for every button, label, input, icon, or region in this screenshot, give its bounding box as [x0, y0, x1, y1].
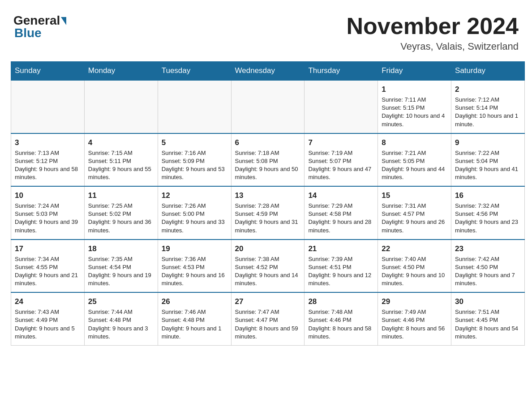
day-info: Sunrise: 7:31 AMSunset: 4:57 PMDaylight:…: [382, 202, 445, 234]
day-info: Sunrise: 7:39 AMSunset: 4:51 PMDaylight:…: [308, 256, 371, 287]
calendar-cell: 24Sunrise: 7:43 AMSunset: 4:49 PMDayligh…: [11, 292, 85, 345]
day-info: Sunrise: 7:40 AMSunset: 4:50 PMDaylight:…: [382, 256, 445, 287]
calendar-cell: 25Sunrise: 7:44 AMSunset: 4:48 PMDayligh…: [84, 292, 158, 345]
day-info: Sunrise: 7:22 AMSunset: 5:04 PMDaylight:…: [455, 150, 518, 181]
day-number: 13: [235, 190, 301, 201]
logo-blue-text: Blue: [14, 26, 42, 40]
day-number: 10: [15, 190, 81, 201]
calendar-header-row: SundayMondayTuesdayWednesdayThursdayFrid…: [11, 62, 525, 81]
calendar-cell: 8Sunrise: 7:21 AMSunset: 5:05 PMDaylight…: [378, 133, 451, 187]
day-info: Sunrise: 7:44 AMSunset: 4:48 PMDaylight:…: [88, 308, 148, 340]
day-number: 28: [308, 296, 374, 307]
day-info: Sunrise: 7:42 AMSunset: 4:50 PMDaylight:…: [455, 256, 515, 287]
calendar-cell: 1Sunrise: 7:11 AMSunset: 5:15 PMDaylight…: [378, 80, 451, 133]
calendar-cell: 11Sunrise: 7:25 AMSunset: 5:02 PMDayligh…: [84, 186, 158, 240]
calendar-table: SundayMondayTuesdayWednesdayThursdayFrid…: [11, 61, 525, 346]
calendar-cell: 21Sunrise: 7:39 AMSunset: 4:51 PMDayligh…: [305, 240, 378, 293]
day-number: 25: [88, 296, 154, 307]
calendar-cell: 26Sunrise: 7:46 AMSunset: 4:48 PMDayligh…: [158, 292, 231, 345]
calendar-cell: 7Sunrise: 7:19 AMSunset: 5:07 PMDaylight…: [305, 133, 378, 187]
calendar-cell: 16Sunrise: 7:32 AMSunset: 4:56 PMDayligh…: [451, 186, 525, 240]
day-number: 9: [455, 137, 521, 148]
col-header-friday: Friday: [378, 62, 451, 81]
day-info: Sunrise: 7:48 AMSunset: 4:46 PMDaylight:…: [308, 308, 371, 340]
calendar-week-row: 17Sunrise: 7:34 AMSunset: 4:55 PMDayligh…: [11, 240, 525, 293]
col-header-monday: Monday: [84, 62, 158, 81]
calendar-cell: 17Sunrise: 7:34 AMSunset: 4:55 PMDayligh…: [11, 240, 85, 293]
calendar-cell: 19Sunrise: 7:36 AMSunset: 4:53 PMDayligh…: [158, 240, 231, 293]
day-number: 23: [455, 244, 521, 254]
day-number: 7: [308, 137, 374, 148]
logo: General Blue: [13, 13, 66, 40]
day-info: Sunrise: 7:34 AMSunset: 4:55 PMDaylight:…: [15, 256, 78, 287]
calendar-cell: 20Sunrise: 7:38 AMSunset: 4:52 PMDayligh…: [231, 240, 305, 293]
day-info: Sunrise: 7:43 AMSunset: 4:49 PMDaylight:…: [15, 308, 75, 340]
calendar-cell: 2Sunrise: 7:12 AMSunset: 5:14 PMDaylight…: [451, 80, 525, 133]
day-info: Sunrise: 7:11 AMSunset: 5:15 PMDaylight:…: [382, 96, 445, 128]
calendar-cell: 3Sunrise: 7:13 AMSunset: 5:12 PMDaylight…: [11, 133, 85, 187]
day-number: 4: [88, 137, 154, 148]
logo-arrow-icon: [61, 17, 66, 25]
day-number: 16: [455, 190, 521, 201]
calendar-cell: [11, 80, 85, 133]
col-header-wednesday: Wednesday: [231, 62, 305, 81]
calendar-cell: 5Sunrise: 7:16 AMSunset: 5:09 PMDaylight…: [158, 133, 231, 187]
day-info: Sunrise: 7:28 AMSunset: 4:59 PMDaylight:…: [235, 202, 298, 234]
col-header-thursday: Thursday: [305, 62, 378, 81]
day-number: 21: [308, 244, 374, 254]
day-number: 27: [235, 296, 301, 307]
day-number: 30: [455, 296, 521, 307]
day-info: Sunrise: 7:49 AMSunset: 4:46 PMDaylight:…: [382, 308, 445, 340]
day-number: 18: [88, 244, 154, 254]
calendar-week-row: 1Sunrise: 7:11 AMSunset: 5:15 PMDaylight…: [11, 80, 525, 133]
calendar-cell: 30Sunrise: 7:51 AMSunset: 4:45 PMDayligh…: [451, 292, 525, 345]
calendar-cell: 13Sunrise: 7:28 AMSunset: 4:59 PMDayligh…: [231, 186, 305, 240]
day-number: 19: [162, 244, 227, 254]
day-number: 24: [15, 296, 81, 307]
day-number: 1: [382, 84, 447, 95]
month-title: November 2024: [347, 13, 519, 39]
calendar-cell: 23Sunrise: 7:42 AMSunset: 4:50 PMDayligh…: [451, 240, 525, 293]
calendar-cell: [84, 80, 158, 133]
day-info: Sunrise: 7:15 AMSunset: 5:11 PMDaylight:…: [88, 150, 151, 181]
day-info: Sunrise: 7:32 AMSunset: 4:56 PMDaylight:…: [455, 202, 518, 234]
calendar-cell: [158, 80, 231, 133]
day-number: 22: [382, 244, 447, 254]
day-info: Sunrise: 7:12 AMSunset: 5:14 PMDaylight:…: [455, 96, 518, 128]
calendar-cell: 10Sunrise: 7:24 AMSunset: 5:03 PMDayligh…: [11, 186, 85, 240]
day-number: 26: [162, 296, 227, 307]
col-header-sunday: Sunday: [11, 62, 85, 81]
day-info: Sunrise: 7:24 AMSunset: 5:03 PMDaylight:…: [15, 202, 78, 234]
calendar-cell: 22Sunrise: 7:40 AMSunset: 4:50 PMDayligh…: [378, 240, 451, 293]
day-info: Sunrise: 7:51 AMSunset: 4:45 PMDaylight:…: [455, 308, 518, 340]
day-number: 5: [162, 137, 227, 148]
calendar-cell: 18Sunrise: 7:35 AMSunset: 4:54 PMDayligh…: [84, 240, 158, 293]
day-info: Sunrise: 7:16 AMSunset: 5:09 PMDaylight:…: [162, 150, 225, 181]
calendar-cell: 9Sunrise: 7:22 AMSunset: 5:04 PMDaylight…: [451, 133, 525, 187]
calendar-cell: 6Sunrise: 7:18 AMSunset: 5:08 PMDaylight…: [231, 133, 305, 187]
calendar-cell: 29Sunrise: 7:49 AMSunset: 4:46 PMDayligh…: [378, 292, 451, 345]
calendar-cell: [231, 80, 305, 133]
day-number: 20: [235, 244, 301, 254]
day-info: Sunrise: 7:36 AMSunset: 4:53 PMDaylight:…: [162, 256, 225, 287]
day-info: Sunrise: 7:13 AMSunset: 5:12 PMDaylight:…: [15, 150, 78, 181]
calendar-cell: 27Sunrise: 7:47 AMSunset: 4:47 PMDayligh…: [231, 292, 305, 345]
day-number: 8: [382, 137, 447, 148]
day-info: Sunrise: 7:35 AMSunset: 4:54 PMDaylight:…: [88, 256, 151, 287]
day-info: Sunrise: 7:38 AMSunset: 4:52 PMDaylight:…: [235, 256, 298, 287]
col-header-saturday: Saturday: [451, 62, 525, 81]
page-header: General Blue November 2024 Veyras, Valai…: [9, 9, 523, 52]
day-number: 2: [455, 84, 521, 95]
calendar-cell: [305, 80, 378, 133]
col-header-tuesday: Tuesday: [158, 62, 231, 81]
day-number: 14: [308, 190, 374, 201]
day-number: 6: [235, 137, 301, 148]
calendar-week-row: 24Sunrise: 7:43 AMSunset: 4:49 PMDayligh…: [11, 292, 525, 345]
calendar-cell: 15Sunrise: 7:31 AMSunset: 4:57 PMDayligh…: [378, 186, 451, 240]
day-info: Sunrise: 7:46 AMSunset: 4:48 PMDaylight:…: [162, 308, 222, 340]
location-title: Veyras, Valais, Switzerland: [347, 41, 519, 52]
day-info: Sunrise: 7:47 AMSunset: 4:47 PMDaylight:…: [235, 308, 298, 340]
day-info: Sunrise: 7:26 AMSunset: 5:00 PMDaylight:…: [162, 202, 225, 234]
day-number: 17: [15, 244, 81, 254]
day-info: Sunrise: 7:21 AMSunset: 5:05 PMDaylight:…: [382, 150, 445, 181]
